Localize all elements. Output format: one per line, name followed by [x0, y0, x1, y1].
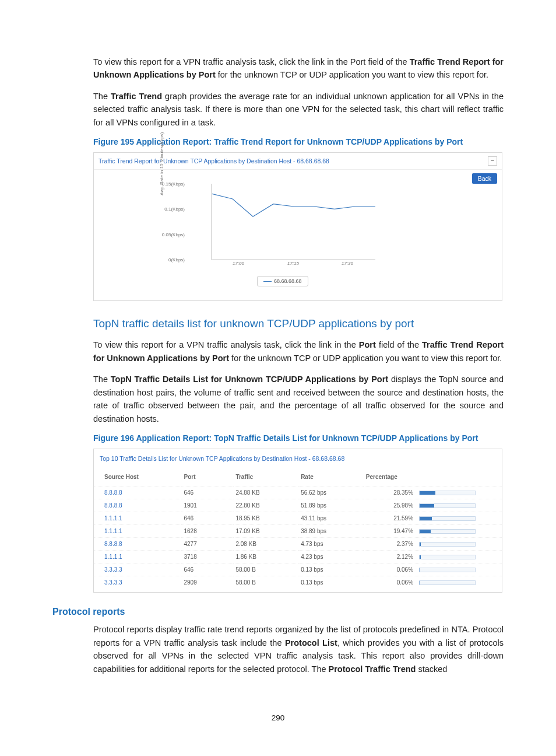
cell-source-host[interactable]: 1.1.1.1	[94, 512, 181, 525]
cell-bar	[417, 525, 502, 538]
cell-percentage: 25.98%	[364, 499, 417, 512]
cell-traffic: 2.08 KB	[233, 538, 298, 551]
text: field of the	[376, 340, 422, 349]
paragraph-protocol-reports: Protocol reports display traffic rate tr…	[93, 623, 504, 676]
cell-rate: 43.11 bps	[298, 512, 364, 525]
cell-percentage: 19.47%	[364, 525, 417, 538]
cell-percentage: 0.06%	[364, 564, 417, 576]
cell-rate: 56.62 bps	[298, 487, 364, 499]
bold-topn-list: TopN Traffic Details List for Unknown TC…	[111, 374, 388, 384]
cell-percentage: 21.59%	[364, 512, 417, 525]
table-row: 1.1.1.1162817.09 KB38.89 bps19.47%	[94, 525, 502, 538]
cell-percentage: 0.06%	[364, 576, 417, 589]
cell-rate: 0.13 bps	[298, 564, 364, 576]
panel2-title: Top 10 Traffic Details List for Unknown …	[94, 449, 502, 470]
cell-port: 3718	[181, 551, 233, 564]
bold-port: Port	[359, 340, 376, 349]
cell-percentage: 2.12%	[364, 551, 417, 564]
cell-source-host[interactable]: 8.8.8.8	[94, 487, 181, 499]
cell-source-host[interactable]: 8.8.8.8	[94, 538, 181, 551]
cell-traffic: 22.80 KB	[233, 499, 298, 512]
col-rate: Rate	[298, 470, 364, 487]
col-source-host: Source Host	[94, 470, 181, 487]
text: The	[93, 92, 111, 101]
cell-bar	[417, 499, 502, 512]
xtick: 17:30	[342, 261, 353, 266]
figure-196-caption: Figure 196 Application Report: TopN Traf…	[93, 433, 504, 443]
text: stacked	[416, 664, 447, 674]
chart-line-svg	[212, 184, 375, 260]
collapse-button[interactable]: −	[488, 156, 497, 166]
paragraph-topn-port-link: To view this report for a VPN traffic an…	[93, 338, 504, 365]
chart-legend: 68.68.68.68	[257, 276, 308, 286]
text: To view this report for a VPN traffic an…	[93, 57, 410, 66]
table-row: 3.3.3.3290958.00 B0.13 bps0.06%	[94, 576, 502, 589]
cell-bar	[417, 564, 502, 576]
cell-port: 4277	[181, 538, 233, 551]
table-row: 8.8.8.8190122.80 KB51.89 bps25.98%	[94, 499, 502, 512]
text: for the unknown TCP or UDP application y…	[229, 354, 502, 363]
table-row: 1.1.1.164618.95 KB43.11 bps21.59%	[94, 512, 502, 525]
cell-traffic: 58.00 B	[233, 564, 298, 576]
table-row: 3.3.3.364658.00 B0.13 bps0.06%	[94, 564, 502, 576]
chart-plot-area	[212, 184, 375, 260]
ytick: 0(Kbps)	[168, 257, 185, 262]
col-port: Port	[181, 470, 233, 487]
xtick: 17:00	[233, 261, 244, 266]
cell-port: 1628	[181, 525, 233, 538]
cell-source-host[interactable]: 3.3.3.3	[94, 576, 181, 589]
cell-bar	[417, 512, 502, 525]
cell-port: 646	[181, 564, 233, 576]
panel-title: Traffic Trend Report for Unknown TCP App…	[98, 158, 329, 164]
col-percentage: Percentage	[364, 470, 417, 487]
ytick: 0.1(Kbps)	[164, 206, 185, 212]
traffic-trend-chart: Avg. Rate in 10 Minutes(Kbps) 0(Kbps) 0.…	[164, 184, 432, 300]
table-row: 8.8.8.842772.08 KB4.73 bps2.37%	[94, 538, 502, 551]
bold-protocol-traffic-trend: Protocol Traffic Trend	[329, 664, 416, 674]
traffic-trend-panel: Traffic Trend Report for Unknown TCP App…	[93, 152, 502, 301]
ytick: 0.15(Kbps)	[162, 181, 185, 187]
page-number: 290	[0, 713, 556, 722]
cell-rate: 51.89 bps	[298, 499, 364, 512]
legend-label: 68.68.68.68	[274, 278, 302, 284]
cell-bar	[417, 487, 502, 499]
cell-port: 646	[181, 512, 233, 525]
heading-topn-traffic-details: TopN traffic details list for unknown TC…	[93, 317, 504, 330]
heading-protocol-reports: Protocol reports	[52, 607, 504, 617]
legend-line-icon	[263, 281, 272, 282]
text: The	[93, 374, 111, 384]
bold-traffic-trend: Traffic Trend	[111, 92, 162, 101]
cell-source-host[interactable]: 1.1.1.1	[94, 551, 181, 564]
table-row: 1.1.1.137181.86 KB4.23 bps2.12%	[94, 551, 502, 564]
cell-traffic: 24.88 KB	[233, 487, 298, 499]
traffic-details-table: Source Host Port Traffic Rate Percentage…	[94, 470, 502, 589]
cell-percentage: 2.37%	[364, 538, 417, 551]
table-row: 8.8.8.864624.88 KB56.62 bps28.35%	[94, 487, 502, 499]
cell-rate: 4.23 bps	[298, 551, 364, 564]
back-button[interactable]: Back	[472, 173, 497, 184]
cell-traffic: 18.95 KB	[233, 512, 298, 525]
cell-port: 646	[181, 487, 233, 499]
cell-source-host[interactable]: 3.3.3.3	[94, 564, 181, 576]
cell-rate: 38.89 bps	[298, 525, 364, 538]
cell-bar	[417, 576, 502, 589]
cell-rate: 4.73 bps	[298, 538, 364, 551]
text: for the unknown TCP or UDP application y…	[216, 70, 488, 79]
cell-traffic: 17.09 KB	[233, 525, 298, 538]
cell-traffic: 58.00 B	[233, 576, 298, 589]
cell-source-host[interactable]: 1.1.1.1	[94, 525, 181, 538]
text: To view this report for a VPN traffic an…	[93, 340, 359, 349]
cell-port: 1901	[181, 499, 233, 512]
paragraph-traffic-trend-desc: The Traffic Trend graph provides the ave…	[93, 90, 504, 129]
table-header-row: Source Host Port Traffic Rate Percentage	[94, 470, 502, 487]
cell-port: 2909	[181, 576, 233, 589]
figure-195-caption: Figure 195 Application Report: Traffic T…	[93, 137, 504, 146]
cell-rate: 0.13 bps	[298, 576, 364, 589]
ytick: 0.05(Kbps)	[162, 232, 185, 237]
col-traffic: Traffic	[233, 470, 298, 487]
paragraph-vpn-port-link: To view this report for a VPN traffic an…	[93, 55, 504, 82]
cell-source-host[interactable]: 8.8.8.8	[94, 499, 181, 512]
col-bar	[417, 470, 502, 487]
cell-bar	[417, 538, 502, 551]
cell-percentage: 28.35%	[364, 487, 417, 499]
